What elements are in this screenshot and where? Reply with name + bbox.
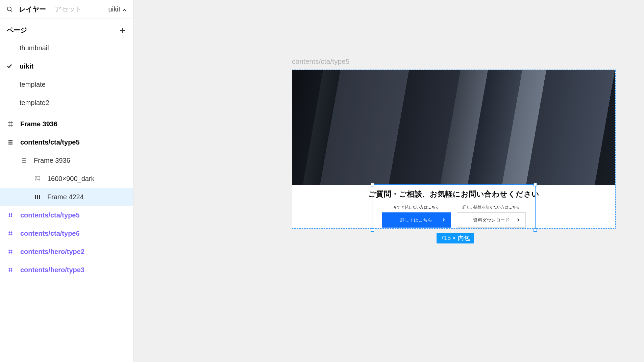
cta-button-secondary[interactable]: 資料ダウンロード: [457, 212, 526, 228]
component-icon: [7, 249, 14, 255]
svg-rect-16: [35, 195, 36, 199]
svg-line-1: [11, 10, 12, 11]
cta-title: ご質問・ご相談、お気軽にお問い合わせください: [368, 189, 540, 199]
layer-cta-type5[interactable]: contents/cta/type5: [0, 133, 133, 151]
svg-rect-8: [8, 140, 13, 141]
page-item-uikit[interactable]: uikit: [0, 57, 133, 75]
image-icon: [34, 176, 41, 182]
layers-sidebar: レイヤー アセット uikit ページ thumbnail: [0, 0, 133, 362]
cta-button-label: 詳しくはこちら: [400, 217, 432, 223]
page-label: uikit: [20, 62, 33, 70]
autolayout-vertical-icon: [7, 139, 14, 145]
sidebar-header: レイヤー アセット uikit: [0, 0, 133, 19]
layer-label: contents/hero/type3: [20, 266, 84, 274]
svg-rect-10: [8, 144, 13, 145]
layer-label: contents/cta/type5: [20, 138, 80, 146]
component-icon: [7, 230, 14, 236]
frame-icon: [7, 121, 14, 127]
chevron-up-icon: [122, 7, 126, 11]
cta-body: ご質問・ご相談、お気軽にお問い合わせください 今すぐ試したい方はこちら 詳しくは…: [292, 185, 615, 228]
cta-button-label: 資料ダウンロード: [473, 217, 510, 223]
cta-hint-left: 今すぐ試したい方はこちら: [393, 205, 439, 210]
component-icon: [7, 212, 14, 218]
layer-label: Frame 3936: [20, 120, 57, 128]
cta-hint-right: 詳しい情報を知りたい方はこちら: [463, 205, 520, 210]
layer-label: 1600×900_dark: [47, 175, 95, 183]
layer-component-hero2[interactable]: contents/hero/type2: [0, 242, 133, 261]
chevron-right-icon: [517, 217, 520, 223]
layer-image-dark[interactable]: 1600×900_dark: [0, 170, 133, 188]
selection-dimensions: 715 × 内包: [437, 233, 474, 243]
page-dropdown[interactable]: uikit: [108, 5, 126, 13]
resize-handle-bl[interactable]: [371, 228, 374, 232]
svg-rect-18: [39, 195, 40, 199]
autolayout-vertical-icon: [20, 157, 28, 163]
cta-hero-image: [292, 70, 615, 185]
page-item-thumbnail[interactable]: thumbnail: [0, 39, 133, 57]
tab-assets[interactable]: アセット: [55, 5, 82, 14]
add-page-button[interactable]: [118, 26, 126, 34]
frame-title[interactable]: contents/cta/type5: [292, 57, 349, 66]
page-label: template: [20, 81, 46, 88]
layer-component-cta6[interactable]: contents/cta/type6: [0, 224, 133, 242]
layer-frame-3936-inner[interactable]: Frame 3936: [0, 151, 133, 170]
canvas[interactable]: contents/cta/type5 ご質問・ご相談、お気軽にお問い合わせくださ…: [133, 0, 644, 362]
svg-rect-12: [22, 160, 26, 161]
layer-label: contents/cta/type6: [20, 230, 80, 237]
pages-title: ページ: [7, 26, 27, 35]
svg-rect-13: [22, 162, 26, 163]
check-icon: [7, 63, 20, 69]
search-icon[interactable]: [6, 6, 14, 13]
page-label: thumbnail: [20, 44, 49, 52]
cta-button-primary[interactable]: 詳しくはこちら: [382, 212, 451, 228]
layer-label: Frame 4224: [47, 193, 84, 201]
svg-rect-17: [37, 195, 38, 199]
svg-point-15: [36, 177, 37, 178]
layer-component-cta5[interactable]: contents/cta/type5: [0, 206, 133, 224]
svg-rect-9: [8, 142, 13, 143]
cta-frame[interactable]: ご質問・ご相談、お気軽にお問い合わせください 今すぐ試したい方はこちら 詳しくは…: [292, 70, 616, 229]
resize-handle-br[interactable]: [534, 228, 537, 232]
pages-header: ページ: [0, 19, 133, 39]
svg-point-0: [7, 7, 11, 11]
layer-component-hero3[interactable]: contents/hero/type3: [0, 261, 133, 279]
cta-column-left: 今すぐ試したい方はこちら 詳しくはこちら: [382, 205, 451, 228]
page-label: template2: [20, 99, 49, 107]
layer-label: contents/hero/type2: [20, 248, 84, 256]
layer-frame-4224[interactable]: Frame 4224: [0, 188, 133, 206]
layer-label: Frame 3936: [34, 157, 70, 164]
cta-column-right: 詳しい情報を知りたい方はこちら 資料ダウンロード: [457, 205, 526, 228]
cta-columns: 今すぐ試したい方はこちら 詳しくはこちら 詳しい情報を知りたい方はこちら 資料ダ…: [382, 205, 526, 228]
svg-rect-14: [35, 176, 40, 181]
autolayout-horizontal-icon: [34, 194, 41, 200]
layer-frame-3936[interactable]: Frame 3936: [0, 115, 133, 133]
page-dropdown-label: uikit: [108, 5, 120, 13]
component-icon: [7, 267, 14, 273]
svg-rect-11: [22, 158, 26, 159]
page-item-template2[interactable]: template2: [0, 94, 133, 112]
layers-tree: Frame 3936 contents/cta/type5 Frame 3936…: [0, 114, 133, 362]
tab-layers[interactable]: レイヤー: [19, 5, 46, 14]
layer-label: contents/cta/type5: [20, 211, 80, 219]
pages-section: ページ thumbnail uikit template template: [0, 19, 133, 114]
chevron-right-icon: [442, 217, 445, 223]
page-item-template[interactable]: template: [0, 75, 133, 94]
